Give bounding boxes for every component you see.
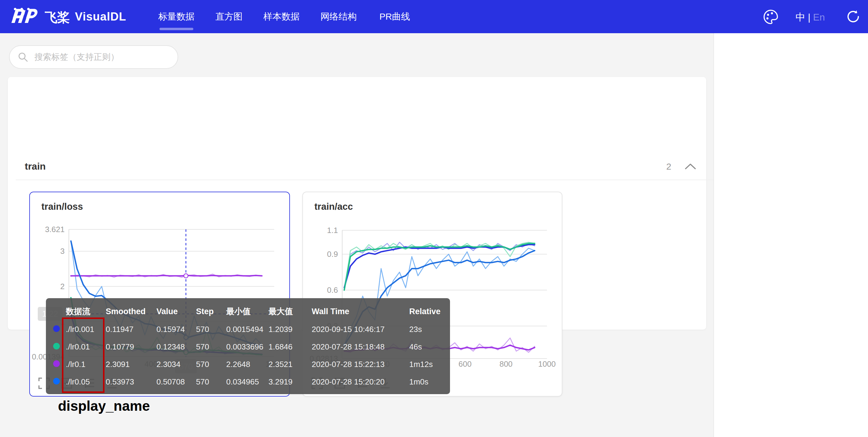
train-group-card: train 2 train/loss 3.6213210.00139402004…: [8, 77, 706, 330]
lang-separator: |: [808, 12, 810, 23]
svg-text:0.9: 0.9: [327, 249, 338, 259]
col-step: Step: [196, 307, 226, 316]
run-color-dot: [53, 343, 60, 349]
lang-zh[interactable]: 中: [796, 12, 805, 23]
tab-graph[interactable]: 网络结构: [320, 0, 357, 33]
tab-histogram[interactable]: 直方图: [214, 0, 243, 33]
collapse-chevron-up-icon[interactable]: [684, 163, 696, 170]
datapoint-tooltip: 数据流 Smoothed Value Step 最小值 最大值 Wall Tim…: [46, 298, 450, 394]
run-color-dot: [53, 360, 60, 367]
col-value: Value: [156, 307, 196, 316]
paddlepaddle-logo-icon: [11, 8, 41, 25]
svg-text:3: 3: [60, 246, 65, 256]
active-tab-underline: [159, 28, 193, 30]
run-color-dot: [53, 325, 60, 332]
tooltip-body: ./lr0.0010.119470.159745700.00154941.203…: [46, 321, 450, 391]
col-min: 最小值: [226, 306, 269, 317]
tab-samples[interactable]: 样本数据: [263, 0, 300, 33]
search-icon: [18, 52, 28, 63]
annotation-display-name-left: display_name: [58, 398, 150, 414]
card-header-divider: [16, 179, 714, 180]
tooltip-row: ./lr0.0010.119470.159745700.00154941.203…: [46, 321, 450, 338]
language-switch[interactable]: 中 | En: [796, 11, 825, 24]
tooltip-header-row: 数据流 Smoothed Value Step 最小值 最大值 Wall Tim…: [46, 302, 450, 321]
col-walltime: Wall Time: [312, 307, 409, 316]
theme-palette-icon[interactable]: [763, 9, 779, 25]
svg-text:3.621: 3.621: [45, 225, 65, 234]
svg-text:600: 600: [459, 360, 471, 369]
svg-text:1.1: 1.1: [327, 226, 338, 235]
settings-sidebar: 图表缩放时忽略极端值 显示最值 详情数据排序 默认 平滑度 0.81 仅显示平滑…: [713, 33, 868, 437]
tooltip-row: ./lr0.12.30912.30345702.26482.35212020-0…: [46, 356, 450, 373]
annotation-red-box-tooltip-runs: [62, 317, 104, 393]
col-smoothed: Smoothed: [106, 307, 156, 316]
svg-text:2: 2: [60, 282, 65, 291]
brand-name-en: VisualDL: [75, 10, 126, 23]
tooltip-row: ./lr0.050.539730.507085700.0349653.29192…: [46, 373, 450, 391]
svg-text:1000: 1000: [538, 360, 556, 369]
top-navbar: 飞桨 VisualDL 标量数据 直方图 样本数据 网络结构 PR曲线 中 | …: [0, 0, 868, 33]
visualdl-app: 飞桨 VisualDL 标量数据 直方图 样本数据 网络结构 PR曲线 中 | …: [0, 0, 868, 437]
lang-en[interactable]: En: [813, 12, 825, 23]
col-runs: 数据流: [66, 306, 106, 317]
svg-text:0.6: 0.6: [327, 285, 338, 295]
col-max: 最大值: [269, 306, 312, 317]
refresh-icon[interactable]: [846, 9, 861, 24]
brand-name-zh: 飞桨: [45, 9, 70, 26]
tag-search-box[interactable]: [9, 45, 178, 69]
tooltip-row: ./lr0.010.107790.123485700.00336961.6846…: [46, 338, 450, 356]
svg-text:800: 800: [499, 360, 513, 369]
col-relative: Relative: [409, 307, 444, 316]
group-title: train: [25, 161, 45, 172]
tag-search-input[interactable]: [34, 52, 170, 62]
tab-pr-curve[interactable]: PR曲线: [378, 0, 411, 33]
group-chart-count: 2: [666, 162, 672, 172]
run-color-dot: [53, 378, 60, 384]
